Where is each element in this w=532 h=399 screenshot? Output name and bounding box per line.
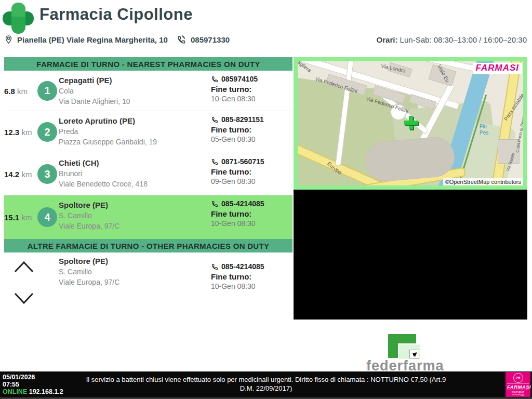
opening-hours-label: Orari: xyxy=(377,35,398,44)
page-title: Farmacia Cipollone xyxy=(39,5,193,24)
pharmacy-cross-logo xyxy=(1,1,35,35)
pharmacy-phone: 085971330 xyxy=(191,35,230,44)
map-panel: agliera Via Federico Fellini Via Federic… xyxy=(294,57,527,190)
scroll-up-icon[interactable] xyxy=(14,260,34,273)
pharmacy-street: Viale Benedetto Croce, 418 xyxy=(59,179,148,189)
pharmacy-street: Viale Europa, 97/C xyxy=(59,277,119,287)
pharmacy-street: Viale Europa, 97/C xyxy=(59,221,119,231)
rank-badge: 1 xyxy=(37,81,57,101)
scroll-down-icon[interactable] xyxy=(14,292,34,305)
pharmacy-row-3[interactable]: 14.2 km 3 Chieti (CH) Brunori Viale Bene… xyxy=(4,153,292,195)
pharmacy-contact: 085-4214085 Fine turno: 10-Gen 08:30 xyxy=(211,199,264,229)
pharmacies-panel: FARMACIE DI TURNO - NEAREST PHARMACIES O… xyxy=(4,57,292,315)
pharmacy-info: Spoltore (PE) S. Camillo Viale Europa, 9… xyxy=(59,200,119,231)
federfarma-mark xyxy=(366,333,486,359)
service-message: Il servizio a battenti chiusi viene effe… xyxy=(79,375,453,393)
distance: 6.8 km xyxy=(4,86,28,95)
osm-attribution: ©OpenStreetMap contributors xyxy=(443,178,523,185)
pharmacy-phone: 085-8291151 xyxy=(221,115,264,125)
fine-turno-label: Fine turno: xyxy=(211,125,264,135)
fine-turno-label: Fine turno: xyxy=(211,272,264,282)
pharmacy-address-row: Pianella (PE) Viale Regina Margherita, 1… xyxy=(4,33,168,46)
pharmacy-city: Spoltore (PE) xyxy=(59,200,119,210)
pharmacy-phone: 085-4214085 xyxy=(221,262,264,272)
fine-turno-label: Fine turno: xyxy=(211,84,258,94)
fine-turno-value: 10-Gen 08:30 xyxy=(211,282,264,291)
pharmacy-info: Spoltore (PE) S. Camillo Viale Europa, 9… xyxy=(59,256,119,287)
pharmacy-city: Cepagatti (PE) xyxy=(59,75,130,86)
pharmacy-info: Cepagatti (PE) Cola Via Dante Alighieri,… xyxy=(59,75,130,107)
map-canvas: agliera Via Federico Fellini Via Federic… xyxy=(298,61,523,185)
pharmacy-row-1[interactable]: 6.8 km 1 Cepagatti (PE) Cola Via Dante A… xyxy=(4,71,292,111)
phone-icon xyxy=(211,158,219,166)
fine-turno-value: 10-Gen 08:30 xyxy=(211,94,258,104)
distance: 14.2 km xyxy=(4,170,32,179)
footer-date: 05/01/2026 xyxy=(3,374,63,381)
phone-icon xyxy=(177,35,187,45)
farmasi-footer-logo: 25 FARMASI information technology xyxy=(506,372,530,397)
other-banner: ALTRE FARMACIE DI TURNO - OTHER PHARMACI… xyxy=(4,239,292,252)
footer-time: 07:55 xyxy=(3,381,63,388)
fine-turno-label: Fine turno: xyxy=(211,167,264,177)
online-status: ONLINE xyxy=(3,388,27,395)
pharmacy-row-4-selected[interactable]: 15.1 km 4 Spoltore (PE) S. Camillo Viale… xyxy=(4,195,292,239)
blank-media-area xyxy=(294,190,527,320)
pharmacy-name: S. Camillo xyxy=(59,210,119,221)
pharmacy-street: Piazza Giuseppe Garibaldi, 19 xyxy=(59,137,157,147)
distance: 15.1 km xyxy=(4,213,32,222)
pharmacy-phone: 085974105 xyxy=(221,74,258,84)
rank-badge: 2 xyxy=(37,122,57,142)
federfarma-logo: federfarma xyxy=(366,333,486,374)
nearest-banner: FARMACIE DI TURNO - NEAREST PHARMACIES O… xyxy=(4,57,292,71)
other-pharmacies-section: Spoltore (PE) S. Camillo Viale Europa, 9… xyxy=(4,252,292,315)
pharmacy-contact: 085-4214085 Fine turno: 10-Gen 08:30 xyxy=(211,262,264,291)
pharmacy-street: Via Dante Alighieri, 10 xyxy=(59,96,130,107)
status-footer: 05/01/2026 07:55 ONLINE 192.168.1.2 Il s… xyxy=(0,371,532,399)
location-pin-icon xyxy=(4,34,13,45)
mortar-icon xyxy=(409,350,419,358)
fine-turno-value: 09-Gen 08:30 xyxy=(211,177,264,187)
fine-turno-value: 10-Gen 08:30 xyxy=(211,219,264,229)
pharmacy-address: Pianella (PE) Viale Regina Margherita, 1… xyxy=(17,35,168,44)
ip-address: 192.168.1.2 xyxy=(29,388,63,395)
pharmacy-row-2[interactable]: 12.3 km 2 Loreto Aprutino (PE) Preda Pia… xyxy=(4,111,292,153)
rank-badge: 3 xyxy=(37,164,57,184)
map-street-label: C del Porto di Pescara xyxy=(515,111,523,153)
farmasi-25-badge: 25 xyxy=(513,373,523,383)
fine-turno-label: Fine turno: xyxy=(211,209,264,219)
pharmacy-contact: 085-8291151 Fine turno: 05-Gen 08:30 xyxy=(211,115,264,144)
map-river-label: Pes xyxy=(480,130,488,136)
phone-icon xyxy=(211,116,219,124)
pharmacy-info: Loreto Aprutino (PE) Preda Piazza Giusep… xyxy=(59,116,157,147)
pharmacy-contact: 0871-560715 Fine turno: 09-Gen 08:30 xyxy=(211,157,264,187)
map-river-label: Fiu xyxy=(480,124,487,129)
farmasi-wordmark: FARMASI xyxy=(507,383,529,390)
pharmacy-marker-icon xyxy=(404,116,418,129)
opening-hours-value: Lun-Sab: 08:30–13:00 / 16:00–20:30 xyxy=(397,35,527,44)
system-status: 05/01/2026 07:55 ONLINE 192.168.1.2 xyxy=(3,374,63,395)
opening-hours: Orari: Lun-Sab: 08:30–13:00 / 16:00–20:3… xyxy=(377,35,527,44)
pharmacy-name: Cola xyxy=(59,86,130,96)
pharmacy-name: Preda xyxy=(59,126,157,137)
pharmacy-city: Spoltore (PE) xyxy=(59,256,119,267)
distance: 12.3 km xyxy=(4,128,32,137)
rank-badge: 4 xyxy=(37,207,57,227)
pharmacy-phone: 085-4214085 xyxy=(221,199,264,209)
pharmacy-phone: 0871-560715 xyxy=(221,157,264,167)
phone-icon xyxy=(211,75,219,83)
pharmacy-name: Brunori xyxy=(59,168,148,179)
phone-icon xyxy=(211,263,219,271)
phone-icon xyxy=(211,200,219,208)
pharmacy-city: Chieti (CH) xyxy=(59,158,148,168)
pharmacy-phone-row: 085971330 xyxy=(177,33,230,46)
pharmacy-name: S. Camillo xyxy=(59,267,119,277)
fine-turno-value: 05-Gen 08:30 xyxy=(211,135,264,144)
pharmacy-city: Loreto Aprutino (PE) xyxy=(59,116,157,126)
farmasi-tagline: information technology xyxy=(506,391,530,396)
pharmacy-info: Chieti (CH) Brunori Viale Benedetto Croc… xyxy=(59,158,148,189)
pharmacy-contact: 085974105 Fine turno: 10-Gen 08:30 xyxy=(211,74,258,104)
farmasi-watermark: FARMASI xyxy=(473,63,522,74)
